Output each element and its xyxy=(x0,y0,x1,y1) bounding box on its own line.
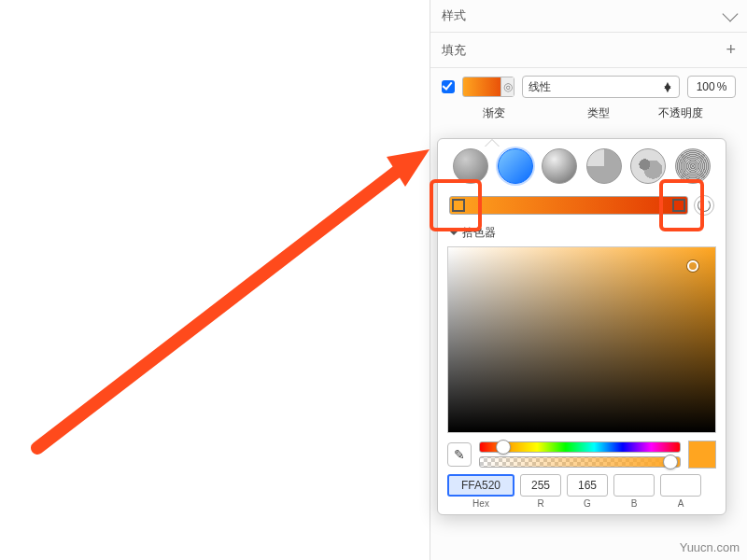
disclosure-triangle-icon xyxy=(449,231,458,240)
eyedropper-button[interactable]: ✎ xyxy=(447,442,472,467)
gradient-stop-left[interactable] xyxy=(452,199,465,212)
alpha-slider[interactable] xyxy=(479,456,681,468)
fill-row: ◎ 线性 ▲▼ 100% xyxy=(430,68,747,105)
svg-line-0 xyxy=(37,168,402,448)
mode-solid[interactable] xyxy=(453,148,488,184)
saturation-value-field[interactable] xyxy=(447,246,716,433)
hex-label: Hex xyxy=(472,498,489,509)
mode-noise-fill[interactable] xyxy=(675,148,711,184)
r-group: 255 R xyxy=(520,474,561,509)
fill-sublabels: 渐变 类型 不透明度 xyxy=(430,105,747,127)
chevron-down-icon xyxy=(723,7,739,22)
a-label: A xyxy=(678,498,684,509)
color-values-row: FFA520 Hex 255 R 165 G B A xyxy=(447,474,716,509)
b-group: B xyxy=(613,474,655,509)
mode-linear-gradient[interactable] xyxy=(498,148,533,184)
hue-knob[interactable] xyxy=(496,440,511,455)
gradient-editor xyxy=(447,191,716,225)
g-group: 165 G xyxy=(567,474,608,509)
color-popover: 拾色器 ✎ FFA520 Hex 255 R 165 G B A xyxy=(437,138,726,515)
fill-section-header: 填充 + xyxy=(430,33,747,68)
picker-header[interactable]: 拾色器 xyxy=(447,225,716,246)
watermark: Yuucn.com xyxy=(680,540,740,554)
fill-swatch[interactable]: ◎ xyxy=(462,77,514,97)
fill-enabled-checkbox[interactable] xyxy=(442,80,455,93)
type-sublabel: 类型 xyxy=(587,105,610,121)
opacity-unit: % xyxy=(717,80,727,93)
picker-label: 拾色器 xyxy=(462,225,496,241)
opacity-input[interactable]: 100% xyxy=(687,76,736,98)
gradient-sublabel: 渐变 xyxy=(483,105,505,121)
style-section-header[interactable]: 样式 xyxy=(430,0,747,33)
hex-input[interactable]: FFA520 xyxy=(447,474,514,497)
a-group: A xyxy=(660,474,701,509)
fill-label: 填充 xyxy=(442,42,466,59)
updown-icon: ▲▼ xyxy=(662,83,673,91)
hue-slider[interactable] xyxy=(479,441,681,453)
add-fill-button[interactable]: + xyxy=(726,40,736,60)
fill-type-select[interactable]: 线性 ▲▼ xyxy=(522,76,680,98)
mode-image-fill[interactable] xyxy=(630,148,666,184)
sv-cursor[interactable] xyxy=(687,260,698,272)
fill-mode-row xyxy=(447,148,716,191)
alpha-knob[interactable] xyxy=(663,455,678,469)
gradient-preview xyxy=(463,77,500,96)
fill-type-value: 线性 xyxy=(529,79,551,95)
hex-group: FFA520 Hex xyxy=(447,474,514,509)
style-label: 样式 xyxy=(442,7,466,24)
sliders xyxy=(479,441,681,468)
b-label: B xyxy=(631,498,638,509)
color-preview-swatch xyxy=(688,441,716,469)
a-input[interactable] xyxy=(660,474,701,497)
annotation-arrow xyxy=(28,140,430,457)
svg-marker-1 xyxy=(387,149,430,187)
b-input[interactable] xyxy=(613,474,655,497)
swatch-options-icon[interactable]: ◎ xyxy=(500,77,514,96)
rotate-gradient-button[interactable] xyxy=(694,195,714,216)
g-label: G xyxy=(584,498,591,509)
mode-angular-gradient[interactable] xyxy=(586,148,622,184)
r-input[interactable]: 255 xyxy=(520,474,561,497)
mode-radial-gradient[interactable] xyxy=(542,148,577,184)
gradient-bar[interactable] xyxy=(449,196,688,215)
opacity-value: 100 xyxy=(697,80,715,93)
g-input[interactable]: 165 xyxy=(567,474,608,497)
hue-alpha-row: ✎ xyxy=(447,441,716,469)
r-label: R xyxy=(537,498,543,509)
gradient-stop-right[interactable] xyxy=(672,199,685,212)
opacity-sublabel: 不透明度 xyxy=(658,105,703,121)
